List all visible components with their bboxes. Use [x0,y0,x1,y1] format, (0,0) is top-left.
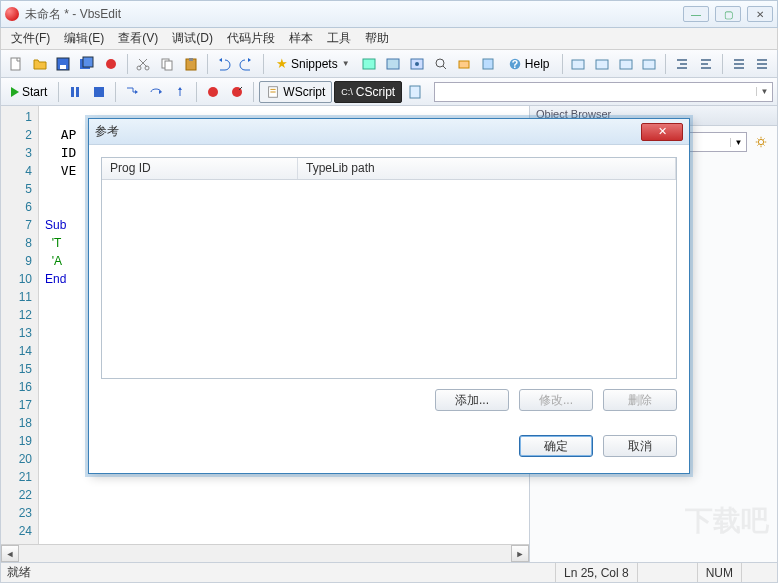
scroll-track[interactable] [19,545,511,562]
window-button-4[interactable] [639,53,661,75]
minimize-button[interactable]: — [683,6,709,22]
stop-button[interactable] [88,81,110,103]
search-box[interactable]: ▼ [434,82,773,102]
svg-rect-13 [387,59,399,69]
cscript-label: CScript [356,85,395,99]
scroll-left-button[interactable]: ◄ [1,545,19,562]
paste-button[interactable] [180,53,202,75]
cancel-button[interactable]: 取消 [603,435,677,457]
tool-button-4[interactable] [453,53,475,75]
pause-button[interactable] [64,81,86,103]
cut-button[interactable] [133,53,155,75]
ok-button[interactable]: 确定 [519,435,593,457]
separator [58,82,59,102]
save-button[interactable] [52,53,74,75]
snippets-button[interactable]: ★Snippets▼ [269,53,357,75]
cscript-button[interactable]: C:\CScript [334,81,402,103]
dialog-titlebar: 参考 ✕ [89,119,689,145]
redo-button[interactable] [236,53,258,75]
svg-rect-25 [71,87,74,97]
undo-button[interactable] [213,53,235,75]
window-titlebar: 未命名 * - VbsEdit — ▢ ✕ [0,0,778,28]
menu-view[interactable]: 查看(V) [112,28,164,49]
svg-point-28 [208,87,218,97]
tool-button-5[interactable] [477,53,499,75]
svg-text:?: ? [512,57,518,69]
svg-point-16 [436,59,444,67]
menu-file[interactable]: 文件(F) [5,28,56,49]
scroll-right-button[interactable]: ► [511,545,529,562]
uncomment-button[interactable] [751,53,773,75]
status-ready: 就绪 [7,564,31,581]
horizontal-scrollbar[interactable]: ◄ ► [1,544,529,562]
maximize-button[interactable]: ▢ [715,6,741,22]
window-title: 未命名 * - VbsEdit [25,6,683,23]
save-all-button[interactable] [76,53,98,75]
start-label: Start [22,85,47,99]
step-over-button[interactable] [145,81,167,103]
separator [562,54,563,74]
close-button[interactable]: ✕ [747,6,773,22]
menu-edit[interactable]: 编辑(E) [58,28,110,49]
dialog-close-button[interactable]: ✕ [641,123,683,141]
help-button[interactable]: ?Help [501,53,557,75]
object-browser-settings[interactable] [751,132,771,152]
document-button[interactable] [404,81,426,103]
indent-button[interactable] [671,53,693,75]
menu-snippets[interactable]: 代码片段 [221,28,281,49]
line-gutter: 1234567891011121314151617181920212223242… [1,106,39,562]
window-button-2[interactable] [591,53,613,75]
help-icon: ? [508,57,522,71]
tool-button-1[interactable] [359,53,381,75]
new-file-button[interactable] [5,53,27,75]
menu-samples[interactable]: 样本 [283,28,319,49]
svg-rect-31 [410,86,420,98]
start-button[interactable]: Start [5,81,53,103]
svg-point-32 [758,139,763,144]
references-dialog: 参考 ✕ Prog ID TypeLib path 添加... 修改... 删除… [88,118,690,474]
separator [115,82,116,102]
menu-debug[interactable]: 调试(D) [166,28,219,49]
search-dropdown[interactable]: ▼ [756,87,772,96]
step-into-button[interactable] [121,81,143,103]
menu-help[interactable]: 帮助 [359,28,395,49]
copy-button[interactable] [156,53,178,75]
comment-button[interactable] [728,53,750,75]
dialog-title: 参考 [95,123,641,140]
delete-button[interactable]: 删除 [603,389,677,411]
svg-rect-9 [165,61,172,70]
console-icon: C:\ [341,87,353,97]
open-file-button[interactable] [29,53,51,75]
status-empty1 [637,563,697,582]
step-out-button[interactable] [169,81,191,103]
status-empty2 [741,563,771,582]
column-progid[interactable]: Prog ID [102,158,298,179]
svg-rect-2 [60,65,66,69]
breakpoint-button[interactable] [202,81,224,103]
toggle-breakpoint-button[interactable] [226,81,248,103]
svg-rect-0 [11,58,20,70]
tool-button-3[interactable] [406,53,428,75]
app-icon [5,7,19,21]
find-button[interactable] [430,53,452,75]
tool-button-2[interactable] [382,53,404,75]
modify-button[interactable]: 修改... [519,389,593,411]
wscript-button[interactable]: WScript [259,81,332,103]
window-button-1[interactable] [568,53,590,75]
references-listview[interactable]: Prog ID TypeLib path [101,157,677,379]
search-input[interactable] [435,85,756,99]
column-typelib[interactable]: TypeLib path [298,158,676,179]
gear-icon [754,135,768,149]
outdent-button[interactable] [695,53,717,75]
record-button[interactable] [100,53,122,75]
svg-rect-27 [94,87,104,97]
window-button-3[interactable] [615,53,637,75]
svg-point-5 [106,59,116,69]
separator [722,54,723,74]
chevron-down-icon: ▼ [342,59,350,68]
add-button[interactable]: 添加... [435,389,509,411]
wscript-label: WScript [283,85,325,99]
svg-point-15 [415,62,419,66]
svg-rect-24 [643,60,655,69]
menu-tools[interactable]: 工具 [321,28,357,49]
